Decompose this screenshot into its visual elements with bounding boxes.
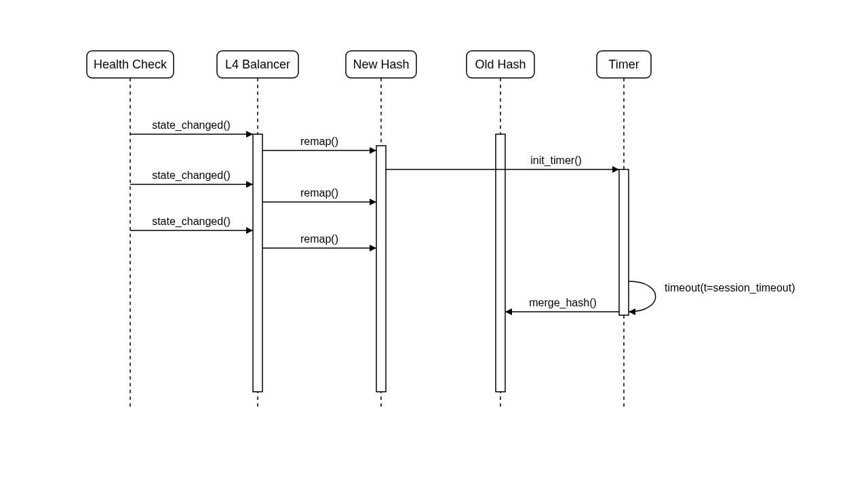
msg-state-changed-1-label: state_changed() [152,119,231,131]
msg-merge-hash-label: merge_hash() [529,297,597,309]
msg-remap-3-label: remap() [300,233,338,245]
msg-remap-1-label: remap() [300,136,338,147]
actor-new-hash-label: New Hash [353,58,409,71]
activation-l4-balancer [253,134,262,392]
msg-timeout-label: timeout(t=session_timeout) [665,282,795,294]
sequence-diagram: Health Check L4 Balancer New Hash Old Ha… [0,0,868,488]
actor-timer-label: Timer [608,58,639,71]
actor-health-check-label: Health Check [94,58,167,71]
activation-new-hash [376,146,386,392]
actor-l4-balancer-label: L4 Balancer [225,58,290,71]
msg-remap-2-label: remap() [300,187,338,199]
msg-init-timer-label: init_timer() [530,155,582,167]
msg-timeout-loop [629,281,656,312]
activation-old-hash [496,134,505,392]
actor-old-hash-label: Old Hash [475,58,526,71]
activation-timer [619,169,629,315]
msg-state-changed-2-label: state_changed() [152,169,231,182]
msg-state-changed-3-label: state_changed() [152,216,231,228]
